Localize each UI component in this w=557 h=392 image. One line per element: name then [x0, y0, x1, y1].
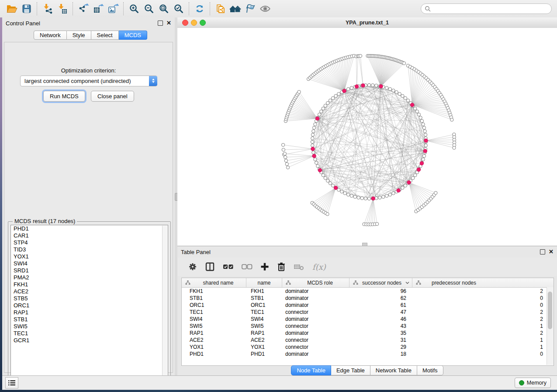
network-node[interactable] — [424, 133, 427, 136]
network-node[interactable] — [406, 99, 409, 102]
network-node[interactable] — [326, 179, 329, 182]
hide-graphics-details-icon[interactable] — [243, 2, 258, 16]
network-node[interactable] — [359, 54, 362, 57]
network-node[interactable] — [367, 83, 370, 86]
search-input[interactable] — [421, 3, 552, 14]
mcds-result-item[interactable]: ACE2 — [11, 288, 168, 295]
network-hub-node[interactable] — [343, 89, 346, 93]
network-node[interactable] — [414, 174, 417, 177]
network-node[interactable] — [318, 113, 321, 116]
network-node[interactable] — [320, 110, 323, 113]
mcds-result-item[interactable]: YOX1 — [11, 253, 168, 260]
column-header-successor-nodes[interactable]: successor nodes — [349, 278, 412, 287]
network-node[interactable] — [311, 144, 314, 147]
mcds-result-item[interactable]: SRD1 — [11, 267, 168, 274]
table-row[interactable]: SWI5SWI5connector431 — [182, 323, 554, 330]
export-table-icon[interactable] — [91, 2, 106, 16]
network-hub-node[interactable] — [371, 196, 375, 200]
mcds-list-scrollbar[interactable] — [162, 226, 167, 380]
network-node[interactable] — [450, 118, 453, 121]
zoom-out-icon[interactable] — [142, 2, 156, 16]
network-hub-node[interactable] — [311, 147, 315, 151]
network-node[interactable] — [316, 165, 319, 168]
zoom-selected-icon[interactable] — [171, 2, 186, 16]
network-node[interactable] — [334, 94, 337, 97]
network-node[interactable] — [284, 159, 287, 162]
tab-motifs[interactable]: Motifs — [417, 365, 443, 375]
mcds-result-item[interactable]: PHD1 — [11, 225, 168, 232]
network-node[interactable] — [286, 166, 289, 169]
refresh-icon[interactable] — [192, 2, 207, 16]
export-network-icon[interactable] — [76, 2, 91, 16]
network-node[interactable] — [350, 86, 353, 89]
network-node[interactable] — [329, 99, 332, 102]
network-node[interactable] — [346, 193, 349, 196]
network-node[interactable] — [375, 222, 378, 225]
tab-node-table[interactable]: Node Table — [291, 365, 331, 375]
network-node[interactable] — [350, 194, 353, 197]
network-hub-node[interactable] — [361, 84, 365, 88]
function-builder-icon[interactable]: f(x) — [312, 262, 326, 272]
optimization-criterion-select[interactable]: largest connected component (undirected) — [20, 76, 157, 86]
network-node[interactable] — [417, 113, 420, 116]
memory-button[interactable]: Memory — [515, 378, 551, 388]
columns-icon[interactable] — [205, 262, 215, 272]
task-history-button[interactable] — [5, 377, 18, 389]
network-node[interactable] — [375, 84, 378, 87]
table-row[interactable]: YOX1YOX1connector291 — [182, 344, 554, 351]
mcds-result-item[interactable]: GCR1 — [11, 337, 168, 344]
mcds-result-item[interactable]: TEC1 — [11, 330, 168, 337]
network-node[interactable] — [357, 196, 360, 199]
table-scrollbar[interactable] — [547, 287, 554, 365]
network-node[interactable] — [326, 213, 329, 216]
duplicate-network-icon[interactable] — [213, 2, 228, 16]
network-node[interactable] — [395, 90, 398, 93]
network-node[interactable] — [322, 107, 325, 110]
gear-icon[interactable] — [188, 262, 197, 272]
close-table-panel-icon[interactable]: ✕ — [549, 250, 554, 254]
network-node[interactable] — [329, 182, 332, 185]
run-mcds-button[interactable]: Run MCDS — [43, 91, 85, 102]
table-row[interactable]: ACE2ACE2connector311 — [182, 337, 554, 344]
network-hub-node[interactable] — [424, 139, 428, 143]
network-hub-node[interactable] — [420, 162, 424, 165]
network-node[interactable] — [326, 101, 329, 104]
network-node[interactable] — [298, 90, 301, 93]
network-node[interactable] — [385, 86, 388, 89]
network-node[interactable] — [423, 130, 426, 133]
network-node[interactable] — [401, 186, 404, 189]
mcds-result-item[interactable]: ORC1 — [11, 302, 168, 309]
network-node[interactable] — [331, 96, 334, 100]
network-hub-node[interactable] — [410, 103, 414, 107]
network-node[interactable] — [324, 176, 327, 179]
network-node[interactable] — [388, 193, 391, 196]
network-window-titlebar[interactable]: YPA_prune.txt_1 — [177, 17, 557, 28]
tab-select[interactable]: Select — [91, 31, 119, 40]
network-node[interactable] — [401, 94, 404, 97]
network-node[interactable] — [312, 130, 315, 133]
network-node[interactable] — [343, 192, 346, 195]
zoom-in-icon[interactable] — [127, 2, 142, 16]
network-node[interactable] — [285, 162, 288, 165]
table-row[interactable]: RAP1RAP1dominator352 — [182, 330, 554, 337]
network-node[interactable] — [324, 104, 327, 107]
column-header-MCDS-role[interactable]: MCDS role — [282, 278, 349, 287]
table-row[interactable]: FKH1FKH1dominator962 — [182, 288, 554, 295]
network-node[interactable] — [424, 144, 427, 147]
table-scrollbar-thumb[interactable] — [548, 292, 552, 329]
network-node[interactable] — [315, 161, 318, 164]
network-node[interactable] — [311, 137, 314, 140]
export-image-icon[interactable] — [106, 2, 121, 16]
network-node[interactable] — [311, 133, 314, 136]
save-session-icon[interactable] — [19, 2, 34, 16]
network-hub-node[interactable] — [334, 186, 338, 190]
mcds-result-item[interactable]: STB5 — [11, 295, 168, 302]
import-network-icon[interactable] — [40, 2, 55, 16]
network-node[interactable] — [392, 89, 395, 92]
network-node[interactable] — [415, 110, 419, 113]
network-node[interactable] — [420, 119, 423, 122]
network-node[interactable] — [340, 190, 343, 193]
column-header-predecessor-nodes[interactable]: predecessor nodes — [412, 278, 548, 287]
tab-edge-table[interactable]: Edge Table — [331, 365, 370, 375]
mcds-result-item[interactable]: CAR1 — [11, 232, 168, 239]
